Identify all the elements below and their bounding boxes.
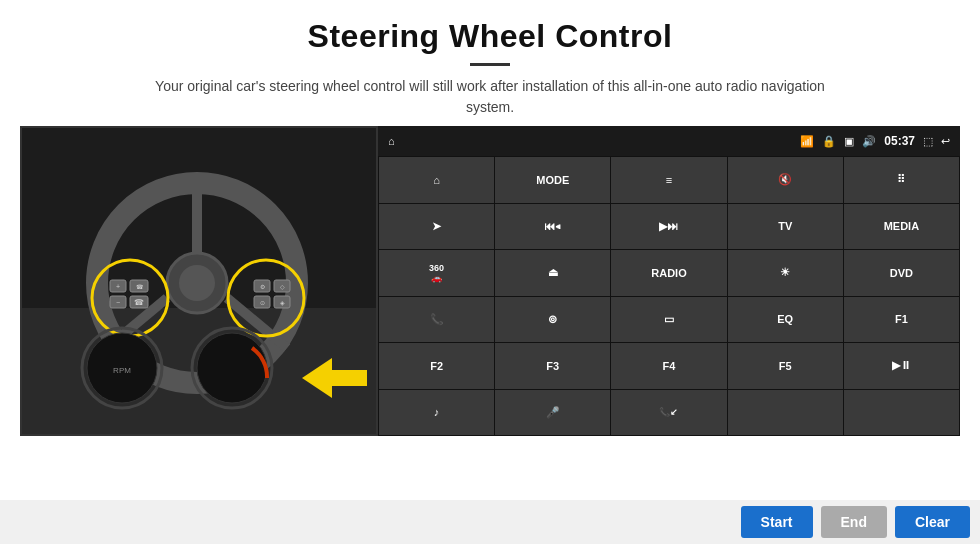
svg-text:☎: ☎ [134,298,144,307]
f4-label: F4 [663,360,676,372]
btn-nav[interactable]: ➤ [379,204,494,250]
page-wrapper: Steering Wheel Control Your original car… [0,0,980,544]
btn-f2[interactable]: F2 [379,343,494,389]
status-left: ⌂ [388,135,395,147]
btn-music[interactable]: ♪ [379,390,494,436]
svg-text:−: − [116,299,120,306]
svg-text:RPM: RPM [113,366,131,375]
mic-icon: 🎤 [546,406,560,419]
btn-list[interactable]: ≡ [611,157,726,203]
phone-icon: 📞 [430,313,444,326]
btn-f4[interactable]: F4 [611,343,726,389]
btn-navi2[interactable]: ⊚ [495,297,610,343]
prev-icon: ⏮◀ [544,220,561,232]
brightness-icon: ☀ [780,266,790,279]
btn-360[interactable]: 360🚗 [379,250,494,296]
btn-home[interactable]: ⌂ [379,157,494,203]
svg-point-30 [197,333,267,403]
svg-text:⊙: ⊙ [260,300,265,306]
status-time: 05:37 [884,134,915,148]
btn-dvd[interactable]: DVD [844,250,959,296]
btn-brightness[interactable]: ☀ [728,250,843,296]
cam-icon: 360🚗 [429,263,444,283]
btn-phone[interactable]: 📞 [379,297,494,343]
start-button[interactable]: Start [741,506,813,538]
sim-icon: ▣ [844,135,854,148]
lock-icon: 🔒 [822,135,836,148]
dvd-label: DVD [890,267,913,279]
steering-image: + − ☎ ☎ ⚙ ◇ ⊙ ◈ R [20,126,378,436]
page-title: Steering Wheel Control [40,18,940,55]
btn-eject[interactable]: ⏏ [495,250,610,296]
btn-prev[interactable]: ⏮◀ [495,204,610,250]
screen-icon: ⬚ [923,135,933,148]
bottom-bar: Start End Clear [0,500,980,544]
content-section: + − ☎ ☎ ⚙ ◇ ⊙ ◈ R [0,126,980,500]
next-icon: ▶⏭ [659,220,678,233]
btn-eq[interactable]: EQ [728,297,843,343]
btn-radio[interactable]: RADIO [611,250,726,296]
bt-icon: 🔊 [862,135,876,148]
f5-label: F5 [779,360,792,372]
title-divider [470,63,510,66]
btn-tv[interactable]: TV [728,204,843,250]
svg-text:☎: ☎ [136,284,144,290]
tv-label: TV [778,220,792,232]
btn-f3[interactable]: F3 [495,343,610,389]
radio-label: RADIO [651,267,686,279]
btn-f1[interactable]: F1 [844,297,959,343]
navi-icon: ⊚ [548,313,557,326]
btn-f5[interactable]: F5 [728,343,843,389]
btn-empty1[interactable] [728,390,843,436]
mute-icon: 🔇 [778,173,792,186]
call-icon: 📞↙ [659,407,678,417]
svg-text:+: + [116,283,120,290]
btn-mode[interactable]: MODE [495,157,610,203]
btn-call[interactable]: 📞↙ [611,390,726,436]
nav-icon: ➤ [432,220,441,233]
mode-label: MODE [536,174,569,186]
btn-next[interactable]: ▶⏭ [611,204,726,250]
btn-empty2[interactable] [844,390,959,436]
status-right: 📶 🔒 ▣ 🔊 05:37 ⬚ ↩ [800,134,950,148]
button-grid: ⌂ MODE ≡ 🔇 ⠿ ➤ ⏮◀ ▶⏭ TV MEDIA 360🚗 ⏏ RAD… [378,156,960,436]
svg-text:◈: ◈ [280,300,285,306]
eject-icon: ⏏ [548,266,558,279]
btn-mic[interactable]: 🎤 [495,390,610,436]
status-bar: ⌂ 📶 🔒 ▣ 🔊 05:37 ⬚ ↩ [378,126,960,156]
end-button[interactable]: End [821,506,887,538]
list-icon: ≡ [666,174,672,186]
media-label: MEDIA [884,220,919,232]
screen2-icon: ▭ [664,313,674,326]
f3-label: F3 [546,360,559,372]
btn-media[interactable]: MEDIA [844,204,959,250]
svg-text:◇: ◇ [280,284,285,290]
apps-icon: ⠿ [897,173,905,186]
header-section: Steering Wheel Control Your original car… [0,0,980,126]
home-icon: ⌂ [433,174,440,186]
playpause-icon: ▶⏸ [892,359,911,372]
back-icon: ↩ [941,135,950,148]
btn-playpause[interactable]: ▶⏸ [844,343,959,389]
wifi-icon: 📶 [800,135,814,148]
svg-point-4 [179,265,215,301]
eq-label: EQ [777,313,793,325]
btn-screen[interactable]: ▭ [611,297,726,343]
clear-button[interactable]: Clear [895,506,970,538]
home-status-icon: ⌂ [388,135,395,147]
btn-apps[interactable]: ⠿ [844,157,959,203]
music-icon: ♪ [434,406,440,418]
f2-label: F2 [430,360,443,372]
svg-text:⚙: ⚙ [260,284,265,290]
btn-mute[interactable]: 🔇 [728,157,843,203]
subtitle: Your original car's steering wheel contr… [150,76,830,118]
radio-panel: ⌂ 📶 🔒 ▣ 🔊 05:37 ⬚ ↩ ⌂ MODE ≡ 🔇 [378,126,960,436]
f1-label: F1 [895,313,908,325]
